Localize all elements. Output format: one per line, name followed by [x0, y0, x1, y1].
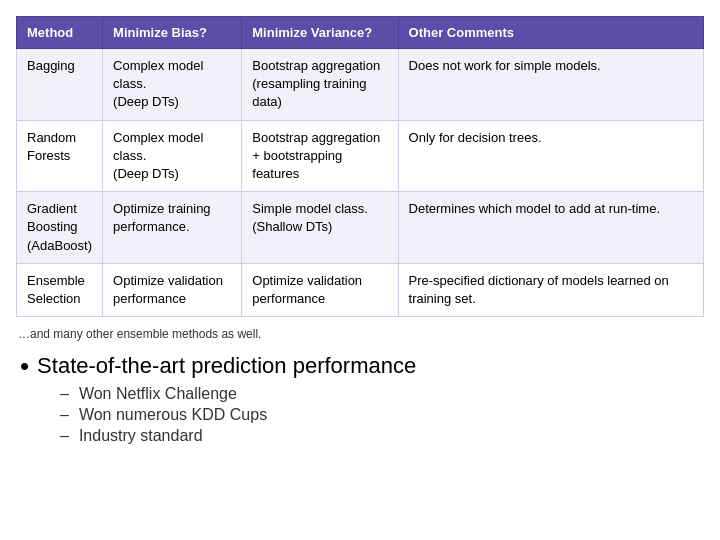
main-bullet-text: State-of-the-art prediction performance	[37, 353, 416, 379]
table-cell: RandomForests	[17, 120, 103, 192]
col-header-minimize-variance: Minimize Variance?	[242, 17, 398, 49]
table-cell: Bagging	[17, 49, 103, 121]
table-cell: Bootstrap aggregation(resampling trainin…	[242, 49, 398, 121]
bullet-section: • State-of-the-art prediction performanc…	[20, 353, 704, 445]
sub-bullet-item: Won numerous KDD Cups	[60, 406, 704, 424]
table-cell: Optimize validationperformance	[103, 263, 242, 316]
table-cell: Simple model class.(Shallow DTs)	[242, 192, 398, 264]
sub-bullet-item: Industry standard	[60, 427, 704, 445]
table-cell: EnsembleSelection	[17, 263, 103, 316]
table-cell: Only for decision trees.	[398, 120, 703, 192]
bullet-dot: •	[20, 353, 29, 379]
table-cell: Optimize trainingperformance.	[103, 192, 242, 264]
col-header-other-comments: Other Comments	[398, 17, 703, 49]
table-row: EnsembleSelectionOptimize validationperf…	[17, 263, 704, 316]
footnote-text: …and many other ensemble methods as well…	[18, 327, 704, 341]
table-cell: Pre-specified dictionary of models learn…	[398, 263, 703, 316]
table-row: GradientBoosting(AdaBoost)Optimize train…	[17, 192, 704, 264]
table-cell: Complex model class.(Deep DTs)	[103, 49, 242, 121]
table-cell: GradientBoosting(AdaBoost)	[17, 192, 103, 264]
table-cell: Optimize validationperformance	[242, 263, 398, 316]
table-row: RandomForestsComplex model class.(Deep D…	[17, 120, 704, 192]
col-header-minimize-bias: Minimize Bias?	[103, 17, 242, 49]
ensemble-methods-table: Method Minimize Bias? Minimize Variance?…	[16, 16, 704, 317]
table-cell: Does not work for simple models.	[398, 49, 703, 121]
table-cell: Complex model class.(Deep DTs)	[103, 120, 242, 192]
sub-bullet-item: Won Netflix Challenge	[60, 385, 704, 403]
col-header-method: Method	[17, 17, 103, 49]
table-row: BaggingComplex model class.(Deep DTs)Boo…	[17, 49, 704, 121]
table-cell: Determines which model to add at run-tim…	[398, 192, 703, 264]
table-cell: Bootstrap aggregation+ bootstrapping fea…	[242, 120, 398, 192]
sub-bullets-list: Won Netflix ChallengeWon numerous KDD Cu…	[60, 385, 704, 445]
